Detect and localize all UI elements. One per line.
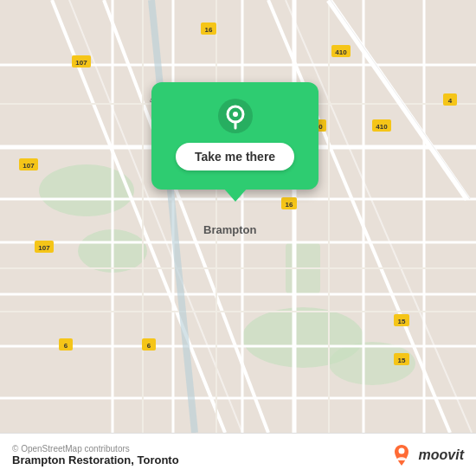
svg-text:410: 410 (335, 48, 347, 56)
bottom-info: © OpenStreetMap contributors Brampton Re… (12, 444, 179, 466)
map-popup: Take me there (151, 82, 318, 190)
moovit-brand-text: moovit (419, 447, 464, 463)
moovit-logo: moovit (388, 441, 464, 469)
svg-text:410: 410 (376, 123, 388, 131)
svg-text:4: 4 (448, 97, 453, 105)
take-me-there-button[interactable]: Take me there (176, 143, 294, 170)
attribution-text: © OpenStreetMap contributors (12, 444, 179, 453)
svg-text:6: 6 (147, 342, 151, 350)
svg-text:16: 16 (205, 26, 213, 34)
svg-text:15: 15 (398, 318, 406, 325)
map-container: Brampton Etob icoke 107 107 107 16 16 41… (0, 0, 476, 433)
moovit-icon (388, 441, 415, 469)
location-name: Brampton Restoration, Toronto (12, 453, 179, 466)
svg-text:107: 107 (38, 244, 50, 252)
svg-point-65 (398, 447, 404, 453)
svg-text:16: 16 (286, 201, 293, 209)
svg-point-63 (233, 112, 238, 117)
location-pin-icon (217, 98, 254, 134)
svg-text:6: 6 (64, 342, 68, 350)
popup-bubble: Take me there (151, 82, 318, 190)
svg-text:107: 107 (23, 162, 35, 170)
svg-text:15: 15 (398, 357, 406, 364)
bottom-bar: © OpenStreetMap contributors Brampton Re… (0, 433, 476, 476)
svg-text:107: 107 (75, 59, 87, 67)
svg-text:Brampton: Brampton (203, 223, 256, 236)
